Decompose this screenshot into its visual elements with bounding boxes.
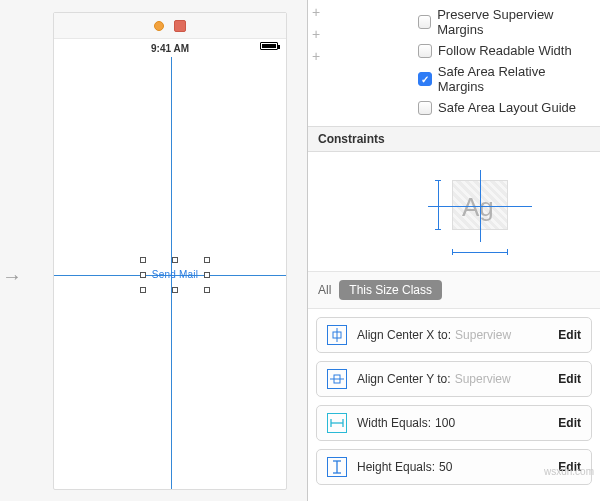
constraints-preview[interactable]: Ag [308, 152, 600, 272]
edit-button[interactable]: Edit [558, 372, 581, 386]
resize-handle[interactable] [172, 257, 178, 263]
battery-icon [260, 42, 278, 50]
checkbox-icon[interactable] [418, 101, 432, 115]
size-inspector[interactable]: + + + Preserve Superview Margins Follow … [308, 0, 600, 501]
constraint-label: Width Equals: [357, 416, 431, 430]
constraint-label: Align Center X to: [357, 328, 451, 342]
preview-width-line[interactable] [452, 252, 508, 253]
check-readable-width[interactable]: Follow Readable Width [418, 40, 592, 61]
constraints-header: Constraints [308, 126, 600, 152]
constraint-filter: All This Size Class [308, 272, 600, 309]
constraint-count: Showing 4 of 4 [308, 493, 600, 501]
checkbox-icon[interactable] [418, 44, 432, 58]
status-bar: 9:41 AM [54, 39, 286, 57]
resize-handle[interactable] [204, 257, 210, 263]
preview-center-y-line[interactable] [428, 206, 532, 207]
ib-canvas[interactable]: → 9:41 AM Send Mail [0, 0, 308, 501]
align-center-y-icon [327, 369, 347, 389]
watermark: wsxdn.com [544, 466, 594, 477]
preview-ag-icon: Ag [462, 192, 494, 223]
checkbox-label: Safe Area Relative Margins [438, 64, 592, 94]
checkbox-label: Follow Readable Width [438, 43, 572, 58]
checkbox-label: Safe Area Layout Guide [438, 100, 576, 115]
constraint-label: Height Equals: [357, 460, 435, 474]
constraint-row-center-y[interactable]: Align Center Y to: Superview Edit [316, 361, 592, 397]
resize-handle[interactable] [172, 287, 178, 293]
scene-dot-icon [154, 21, 164, 31]
resize-handle[interactable] [140, 272, 146, 278]
selected-button-label: Send Mail [148, 265, 202, 285]
filter-size-class[interactable]: This Size Class [339, 280, 442, 300]
scene-titlebar [54, 13, 286, 39]
segue-arrow-icon: → [2, 265, 22, 288]
checkbox-icon[interactable] [418, 72, 432, 86]
constraint-value: 100 [435, 416, 455, 430]
constraint-row-width[interactable]: Width Equals: 100 Edit [316, 405, 592, 441]
check-safe-area-margins[interactable]: Safe Area Relative Margins [418, 61, 592, 97]
status-time: 9:41 AM [151, 43, 189, 54]
resize-handle[interactable] [140, 287, 146, 293]
filter-all[interactable]: All [318, 283, 331, 297]
edit-button[interactable]: Edit [558, 416, 581, 430]
preview-height-line[interactable] [438, 180, 439, 230]
check-safe-area-guide[interactable]: Safe Area Layout Guide [418, 97, 592, 118]
constraint-value: 50 [439, 460, 452, 474]
resize-handle[interactable] [204, 272, 210, 278]
scene-exit-icon [174, 20, 186, 32]
height-icon [327, 457, 347, 477]
constraint-target: Superview [455, 328, 511, 342]
edit-button[interactable]: Edit [558, 328, 581, 342]
checkbox-icon[interactable] [418, 15, 431, 29]
width-icon [327, 413, 347, 433]
resize-handle[interactable] [140, 257, 146, 263]
check-preserve-superview[interactable]: Preserve Superview Margins [418, 4, 592, 40]
constraint-target: Superview [455, 372, 511, 386]
selected-button[interactable]: Send Mail [148, 265, 202, 285]
layout-margins-checks: Preserve Superview Margins Follow Readab… [308, 0, 600, 126]
resize-handle[interactable] [204, 287, 210, 293]
view-controller-scene[interactable]: 9:41 AM Send Mail [53, 12, 287, 490]
constraint-label: Align Center Y to: [357, 372, 451, 386]
align-center-x-icon [327, 325, 347, 345]
constraint-row-center-x[interactable]: Align Center X to: Superview Edit [316, 317, 592, 353]
checkbox-label: Preserve Superview Margins [437, 7, 592, 37]
